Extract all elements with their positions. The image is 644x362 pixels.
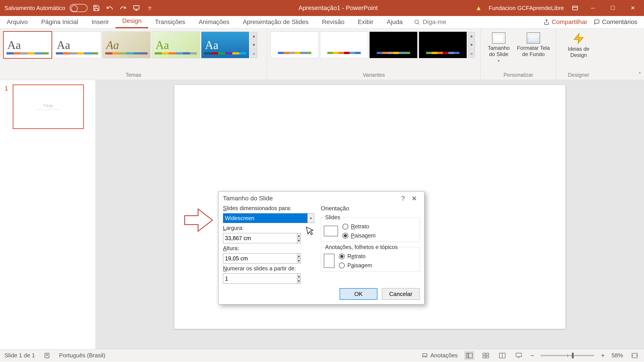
landscape-icon [324, 226, 338, 236]
tab-design[interactable]: Design [116, 15, 148, 28]
tab-home[interactable]: Página Inicial [34, 16, 85, 28]
variants-more-icon[interactable]: ≡ [468, 50, 475, 58]
slide-number: 1 [4, 84, 8, 92]
tab-view[interactable]: Exibir [351, 16, 380, 28]
variant-thumb-2[interactable] [320, 31, 368, 58]
tab-transitions[interactable]: Transições [148, 16, 192, 28]
svg-rect-23 [632, 353, 637, 358]
accessibility-icon[interactable] [44, 353, 50, 359]
cancel-button[interactable]: Cancelar [382, 288, 420, 300]
svg-rect-22 [516, 353, 522, 357]
slides-portrait-radio[interactable]: Retrato [342, 223, 376, 230]
ok-button[interactable]: OK [340, 288, 378, 300]
number-from-spinner[interactable]: ▲▼ [223, 274, 252, 284]
tab-animations[interactable]: Animações [192, 16, 236, 28]
format-background-button[interactable]: Formatar Tela de Fundo [514, 31, 552, 64]
variant-thumb-4[interactable] [419, 31, 467, 58]
spin-up-icon[interactable]: ▲ [297, 274, 301, 279]
redo-icon[interactable] [118, 3, 128, 12]
themes-more-icon[interactable]: ≡ [250, 50, 257, 58]
dialog-close-button[interactable]: ✕ [408, 195, 420, 202]
svg-rect-3 [572, 6, 578, 10]
zoom-slider[interactable] [541, 355, 594, 356]
theme-thumb-5[interactable]: Aa [201, 31, 249, 58]
theme-thumb-4[interactable]: Aa [152, 31, 200, 58]
sized-for-label: SSlides dimensionados para:lides dimensi… [223, 205, 314, 211]
theme-thumb-2[interactable]: Aa [53, 31, 101, 58]
slide-thumbnail-panel[interactable]: 1 Título [0, 80, 96, 349]
present-from-start-icon[interactable] [132, 3, 141, 12]
minimize-button[interactable]: ─ [586, 3, 600, 12]
notes-portrait-radio[interactable]: Retrato [339, 253, 372, 260]
tell-me-search[interactable]: Diga-me [414, 18, 446, 28]
slides-landscape-radio[interactable]: Paisagem [342, 232, 376, 239]
theme-thumb-1[interactable]: Aa [4, 31, 52, 58]
comments-button[interactable]: Comentários [594, 18, 637, 25]
autosave-toggle[interactable] [70, 4, 88, 12]
sized-for-input[interactable] [223, 213, 308, 223]
designer-group-label: Designer [560, 72, 597, 78]
notes-button[interactable]: Anotações [422, 352, 458, 359]
height-label: Altura: [223, 245, 314, 252]
slide-size-icon [492, 32, 505, 43]
zoom-out-button[interactable]: − [530, 352, 534, 359]
slide-thumbnail-1[interactable]: 1 Título [4, 84, 91, 129]
slide-sorter-view-button[interactable] [481, 351, 491, 360]
undo-icon[interactable] [105, 3, 114, 12]
slide-count: Slide 1 de 1 [4, 352, 35, 359]
tab-file[interactable]: Arquivo [0, 16, 34, 28]
height-input[interactable] [223, 253, 297, 264]
variants-scroll[interactable]: ▲ ▼ ≡ [468, 31, 475, 58]
display-options-icon[interactable] [570, 3, 580, 12]
fit-to-window-button[interactable] [630, 351, 640, 360]
width-spinner[interactable]: ▲▼ [223, 233, 261, 243]
notes-landscape-radio[interactable]: Paisagem [339, 262, 372, 269]
qat-customize-icon[interactable] [145, 3, 154, 12]
scroll-up-icon[interactable]: ▲ [250, 32, 257, 40]
ribbon-tabs: Arquivo Página Inicial Inserir Design Tr… [0, 16, 644, 28]
spin-down-icon[interactable]: ▼ [297, 258, 301, 264]
zoom-percent[interactable]: 58% [612, 352, 623, 359]
scroll-up-icon[interactable]: ▲ [468, 32, 475, 40]
variants-group: ▲ ▼ ≡ Variantes [267, 28, 481, 80]
spin-down-icon[interactable]: ▼ [297, 238, 301, 244]
account-name[interactable]: Fundacion GCFAprendeLibre [489, 5, 564, 11]
height-spinner[interactable]: ▲▼ [223, 253, 261, 264]
tab-review[interactable]: Revisão [315, 16, 351, 28]
share-button[interactable]: Compartilhar [544, 18, 587, 25]
maximize-button[interactable]: ☐ [606, 3, 620, 12]
themes-scroll[interactable]: ▲ ▼ ≡ [250, 31, 257, 58]
scroll-down-icon[interactable]: ▼ [250, 41, 257, 49]
zoom-in-button[interactable]: + [601, 352, 605, 359]
variant-thumb-3[interactable] [370, 31, 418, 58]
tab-help[interactable]: Ajuda [380, 16, 410, 28]
svg-rect-14 [466, 353, 468, 358]
save-icon[interactable] [92, 3, 101, 12]
spin-up-icon[interactable]: ▲ [297, 253, 301, 258]
spin-up-icon[interactable]: ▲ [297, 233, 301, 238]
variant-thumb-1[interactable] [270, 31, 319, 58]
number-from-input[interactable] [223, 274, 297, 284]
design-ideas-button[interactable]: Ideias de Design [560, 31, 597, 59]
scroll-down-icon[interactable]: ▼ [468, 41, 475, 49]
width-label: Largura: [223, 225, 314, 231]
language-label[interactable]: Português (Brasil) [59, 352, 105, 359]
spin-down-icon[interactable]: ▼ [297, 279, 301, 284]
collapse-ribbon-button[interactable]: ˄ [638, 71, 641, 78]
tab-slideshow[interactable]: Apresentação de Slides [236, 16, 315, 28]
chevron-down-icon[interactable]: ▾ [308, 213, 314, 223]
notes-orientation-fieldset: Anotações, folhetos e tópicos Retrato Pa… [321, 244, 420, 272]
statusbar: Slide 1 de 1 Português (Brasil) Anotaçõe… [0, 349, 644, 362]
dialog-titlebar[interactable]: Tamanho do Slide ? ✕ [218, 192, 424, 205]
comment-icon [594, 19, 600, 25]
sized-for-combo[interactable]: ▾ [223, 213, 314, 223]
reading-view-button[interactable] [497, 351, 507, 360]
dialog-help-button[interactable]: ? [398, 195, 408, 202]
slide-size-button[interactable]: Tamanho do Slide ▾ [484, 31, 513, 64]
normal-view-button[interactable] [464, 351, 474, 360]
slideshow-view-button[interactable] [514, 351, 524, 360]
width-input[interactable] [223, 233, 297, 243]
theme-thumb-3[interactable]: Aa [102, 31, 150, 58]
tab-insert[interactable]: Inserir [85, 16, 116, 28]
close-button[interactable]: ✕ [626, 3, 640, 12]
